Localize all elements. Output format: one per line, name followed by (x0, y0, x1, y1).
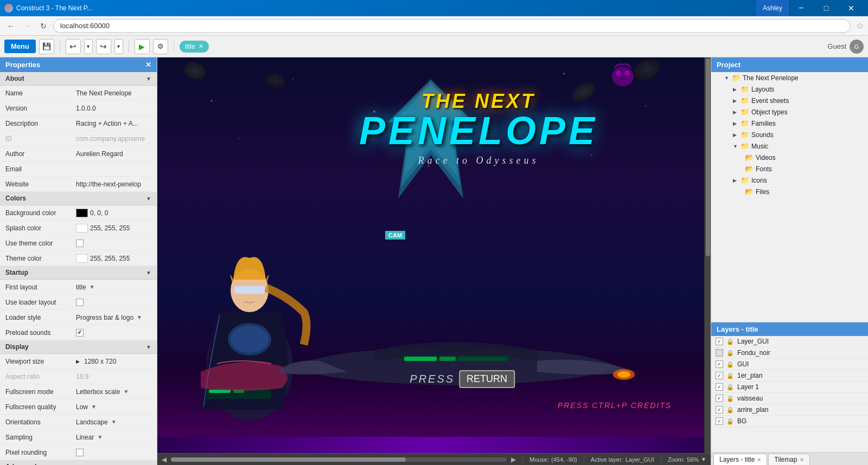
prop-use-loader-value[interactable] (76, 299, 151, 306)
prop-fullscreen-quality-value[interactable]: Low ▼ (76, 403, 151, 411)
loader-style-arrow[interactable]: ▼ (137, 314, 142, 320)
tree-item-families[interactable]: ▶ 📁 Families (711, 118, 868, 129)
url-input[interactable] (53, 19, 851, 33)
prop-splash-color-value[interactable]: 255, 255, 255 (76, 224, 151, 232)
scroll-right-btn[interactable]: ▶ (511, 456, 516, 463)
prop-version-value[interactable]: 1.0.0.0 (76, 105, 151, 112)
tree-item-files[interactable]: 📂 Files (711, 186, 868, 197)
sampling-arrow[interactable]: ▼ (97, 434, 103, 440)
minimize-button[interactable]: − (789, 0, 814, 16)
tab-tilemap[interactable]: Tilemap ✕ (768, 454, 809, 465)
tab-close-icon[interactable]: ✕ (199, 43, 203, 50)
scroll-left-btn[interactable]: ◀ (162, 456, 167, 463)
bg-color-swatch[interactable] (76, 209, 88, 217)
debug-button[interactable]: ⚙ (153, 39, 168, 54)
tree-item-fonts[interactable]: 📂 Fonts (711, 163, 868, 175)
prop-sampling-value[interactable]: Linear ▼ (76, 434, 151, 441)
prop-bg-color-value[interactable]: 0, 0, 0 (76, 209, 151, 217)
tree-item-layouts[interactable]: ▶ 📁 Layouts (711, 83, 868, 95)
prop-website-value[interactable]: http://the-next-penelop (76, 180, 151, 188)
prop-id-value[interactable]: com.company.appname (76, 135, 151, 143)
redo-button[interactable]: ↪ (96, 39, 111, 54)
properties-close-icon[interactable]: ✕ (145, 61, 151, 69)
forward-button[interactable]: → (21, 20, 34, 33)
section-colors[interactable]: Colors ▼ (0, 192, 157, 205)
layout-tab-title[interactable]: title ✕ (180, 41, 209, 53)
layer-fondu-vis[interactable] (716, 349, 723, 357)
tree-item-videos[interactable]: 📂 Videos (711, 152, 868, 163)
reload-button[interactable]: ↻ (37, 20, 50, 33)
tree-item-object-types[interactable]: ▶ 📁 Object types (711, 106, 868, 118)
preload-sounds-checkbox[interactable]: ✓ (76, 329, 84, 337)
layer-arrire-vis[interactable]: ✓ (716, 406, 723, 414)
pixel-rounding-checkbox[interactable] (76, 449, 84, 456)
tree-item-icons[interactable]: ▶ 📁 Icons (711, 175, 868, 186)
prop-author-value[interactable]: Aurelien Regard (76, 150, 151, 158)
use-theme-color-checkbox[interactable] (76, 240, 84, 247)
layer-vaisseau-vis[interactable]: ✓ (716, 395, 723, 402)
layer-row-bg[interactable]: ✓ 🔒 BG (711, 416, 868, 427)
bookmark-icon[interactable]: ☆ (856, 21, 864, 31)
layer-row-1er-plan[interactable]: ✓ 🔒 1er_plan (711, 370, 868, 382)
project-root[interactable]: ▼ 📁 The Next Penelope (711, 72, 868, 83)
menu-button[interactable]: Menu (4, 40, 36, 53)
section-about[interactable]: About ▼ (0, 72, 157, 86)
tab-layers-title[interactable]: Layers - title ✕ (713, 454, 767, 465)
layer-bg-vis[interactable]: ✓ (716, 417, 723, 425)
redo-dropdown[interactable]: ▾ (114, 39, 123, 54)
prop-preload-sounds-value[interactable]: ✓ (76, 329, 151, 337)
maximize-button[interactable]: □ (814, 0, 839, 16)
layer-row-arrire-plan[interactable]: ✓ 🔒 arrire_plan (711, 404, 868, 416)
prop-name-value[interactable]: The Next Penelope (76, 89, 151, 97)
layer-row-fondu-noir[interactable]: 🔒 Fondu_noir (711, 347, 868, 359)
layers-tab-close[interactable]: ✕ (757, 457, 761, 463)
prop-first-layout-value[interactable]: title ▼ (76, 283, 151, 291)
layer-1-vis[interactable]: ✓ (716, 383, 723, 391)
section-display[interactable]: Display ▼ (0, 340, 157, 354)
prop-email-label: Email (5, 165, 76, 173)
layer-gui-vis[interactable]: ✓ (716, 338, 723, 345)
layer-row-gui[interactable]: ✓ 🔒 Layer_GUI (711, 336, 868, 347)
prop-theme-color-label: Theme color (5, 255, 76, 262)
use-loader-checkbox[interactable] (76, 299, 84, 306)
section-advanced[interactable]: Advanced ▶ (0, 460, 157, 465)
game-canvas[interactable]: THE NEXT PENELOPE Race to Odysseus CAM (157, 57, 704, 453)
hscroll-track[interactable] (171, 457, 507, 462)
layer-gui2-vis[interactable]: ✓ (716, 360, 723, 368)
play-button[interactable]: ▶ (135, 39, 150, 54)
prop-pixel-rounding-value[interactable] (76, 449, 151, 456)
canvas-vscroll[interactable] (704, 57, 711, 453)
prop-fullscreen-mode-value[interactable]: Letterbox scale ▼ (76, 388, 151, 396)
prop-description-value[interactable]: Racing + Action + A... (76, 120, 151, 127)
tilemap-tab-close[interactable]: ✕ (800, 457, 804, 463)
guest-avatar[interactable]: G (850, 40, 864, 54)
undo-button[interactable]: ↩ (66, 39, 81, 54)
first-layout-arrow[interactable]: ▼ (90, 284, 95, 290)
layer-row-layer1[interactable]: ✓ 🔒 Layer 1 (711, 382, 868, 393)
save-button[interactable]: 💾 (39, 39, 54, 54)
titlebar: Construct 3 - The Next P... Ashley − □ ✕ (0, 0, 868, 16)
section-startup[interactable]: Startup ▼ (0, 266, 157, 280)
vscroll-thumb[interactable] (706, 59, 710, 256)
hscroll-thumb[interactable] (171, 457, 406, 462)
prop-orientations-value[interactable]: Landscape ▼ (76, 418, 151, 426)
layer-1er-vis[interactable]: ✓ (716, 372, 723, 379)
layer-row-vaisseau[interactable]: ✓ 🔒 vaisseau (711, 393, 868, 404)
prop-use-theme-color-value[interactable] (76, 240, 151, 247)
prop-viewport-value[interactable]: ▶ 1280 x 720 (76, 358, 151, 365)
theme-color-swatch[interactable] (76, 254, 88, 263)
prop-theme-color-value[interactable]: 255, 255, 255 (76, 254, 151, 263)
fullscreen-mode-arrow[interactable]: ▼ (123, 389, 129, 395)
zoom-dropdown[interactable]: ▼ (701, 456, 706, 462)
layer-row-gui2[interactable]: ✓ 🔒 GUI (711, 359, 868, 370)
tree-item-music[interactable]: ▼ 📁 Music (711, 140, 868, 152)
prop-loader-style-value[interactable]: Progress bar & logo ▼ (76, 314, 151, 321)
back-button[interactable]: ← (4, 20, 17, 33)
fullscreen-quality-arrow[interactable]: ▼ (91, 404, 97, 410)
close-button[interactable]: ✕ (839, 0, 864, 16)
orientations-arrow[interactable]: ▼ (111, 419, 117, 425)
splash-color-swatch[interactable] (76, 224, 88, 232)
tree-item-sounds[interactable]: ▶ 📁 Sounds (711, 129, 868, 140)
tree-item-event-sheets[interactable]: ▶ 📁 Event sheets (711, 95, 868, 106)
undo-dropdown[interactable]: ▾ (84, 39, 93, 54)
